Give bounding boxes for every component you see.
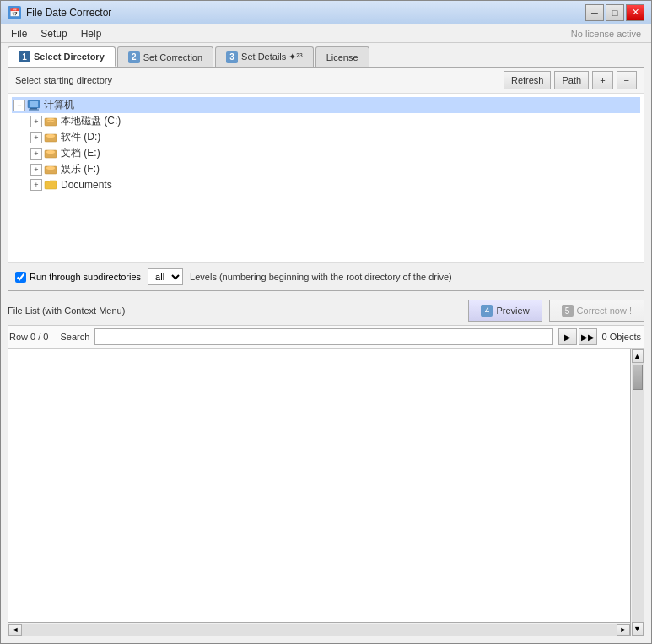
scroll-thumb[interactable] (633, 365, 643, 390)
scroll-track[interactable] (632, 363, 644, 622)
drive-f-icon (44, 163, 57, 176)
svg-rect-3 (29, 109, 39, 110)
maximize-button[interactable]: □ (606, 4, 624, 21)
tree-item-e[interactable]: + 文档 (E:) (29, 145, 640, 161)
correct-num: 5 (562, 305, 574, 317)
subdirectory-checkbox[interactable] (15, 272, 26, 283)
main-window: 📅 File Date Corrector ─ □ ✕ File Setup H… (0, 0, 652, 644)
prev-result-button[interactable]: ▶ (558, 328, 577, 345)
correct-label: Correct now ! (577, 306, 632, 316)
expander-f[interactable]: + (30, 164, 42, 176)
drive-d-label: 软件 (D:) (61, 130, 100, 144)
expander-d[interactable]: + (30, 132, 42, 143)
add-path-button[interactable]: + (592, 71, 612, 89)
title-bar: 📅 File Date Corrector ─ □ ✕ (1, 1, 651, 24)
tab-license[interactable]: License (315, 46, 369, 67)
drive-d-icon (44, 131, 57, 144)
svg-rect-1 (30, 101, 38, 107)
subdirectory-label: Run through subdirectories (30, 272, 141, 282)
tab-select-directory[interactable]: 1 Select Directory (8, 46, 116, 67)
tabs: 1 Select Directory 2 Set Correction 3 Se… (1, 43, 651, 67)
scroll-down-button[interactable]: ▼ (632, 622, 644, 636)
svg-rect-2 (30, 108, 37, 110)
tab-label-2: Set Correction (143, 52, 202, 62)
expander-e[interactable]: + (30, 148, 42, 160)
app-icon: 📅 (8, 6, 21, 19)
menu-items: File Setup Help (4, 26, 108, 41)
row-info: Row 0 / 0 (8, 332, 48, 342)
menu-bar: File Setup Help No license active (1, 24, 651, 43)
license-status: No license active (571, 29, 648, 39)
tree-children: + 本地磁盘 (C:) + (12, 113, 640, 192)
tree-item-c[interactable]: + 本地磁盘 (C:) (29, 113, 640, 129)
minimize-button[interactable]: ─ (585, 4, 604, 21)
tree-item-d[interactable]: + 软件 (D:) (29, 129, 640, 145)
refresh-button[interactable]: Refresh (504, 71, 552, 89)
scroll-track-h[interactable] (22, 624, 617, 636)
drive-c-label: 本地磁盘 (C:) (61, 114, 121, 128)
tab-label-1: Select Directory (34, 51, 105, 62)
expander-documents[interactable]: + (30, 179, 42, 191)
file-list-section: File List (with Context Menu) 4 Preview … (8, 296, 644, 636)
drive-e-icon (44, 147, 57, 160)
levels-description: Levels (numbering beginning with the roo… (190, 272, 452, 282)
preview-button[interactable]: 4 Preview (468, 300, 542, 322)
tab-set-details[interactable]: 3 Set Details ✦²³ (215, 46, 314, 67)
tree-item-f[interactable]: + 娱乐 (F:) (29, 161, 640, 177)
subdirectory-checkbox-label[interactable]: Run through subdirectories (15, 272, 141, 283)
drive-f-label: 娱乐 (F:) (61, 162, 100, 176)
levels-select[interactable]: all 1 2 3 (148, 268, 183, 285)
title-buttons: ─ □ ✕ (585, 4, 644, 21)
menu-help[interactable]: Help (74, 26, 109, 41)
computer-icon (27, 99, 40, 112)
svg-point-11 (46, 166, 55, 170)
main-content: Select starting directory Refresh Path +… (1, 67, 651, 643)
file-list-header: File List (with Context Menu) 4 Preview … (8, 296, 644, 325)
close-button[interactable]: ✕ (626, 4, 644, 21)
drive-e-label: 文档 (E:) (61, 146, 100, 160)
drive-c-icon (44, 115, 57, 128)
directory-label: Select starting directory (15, 75, 112, 85)
search-input[interactable] (94, 328, 552, 345)
scroll-left-button[interactable]: ◄ (8, 624, 22, 636)
tab-num-1: 1 (19, 51, 30, 62)
folder-icon (44, 178, 57, 192)
documents-label: Documents (61, 179, 112, 191)
file-list-body: ▲ ▼ ◄ ► (8, 349, 644, 636)
tree-item-computer[interactable]: − 计算机 (12, 97, 640, 113)
directory-tree: − 计算机 + (8, 94, 644, 262)
remove-path-button[interactable]: − (617, 71, 637, 89)
directory-buttons: Refresh Path + − (504, 71, 637, 89)
next-result-button[interactable]: ▶▶ (579, 328, 597, 345)
file-list-label: File List (with Context Menu) (8, 306, 461, 316)
vertical-scrollbar[interactable]: ▲ ▼ (630, 349, 644, 636)
directory-panel: Select starting directory Refresh Path +… (8, 67, 644, 291)
window-title: File Date Corrector (26, 7, 111, 19)
expander-c[interactable]: + (30, 116, 42, 127)
directory-header: Select starting directory Refresh Path +… (8, 68, 644, 94)
path-button[interactable]: Path (554, 71, 589, 89)
correct-button[interactable]: 5 Correct now ! (549, 300, 644, 322)
search-row: Row 0 / 0 Search ▶ ▶▶ 0 Objects (8, 325, 644, 349)
search-label: Search (53, 332, 89, 342)
preview-num: 4 (481, 305, 493, 317)
tab-num-2: 2 (128, 51, 140, 63)
horizontal-scrollbar: ◄ ► (8, 622, 630, 636)
menu-setup[interactable]: Setup (34, 26, 73, 41)
subdirectory-bar: Run through subdirectories all 1 2 3 Lev… (8, 262, 644, 290)
tab-label-3: Set Details ✦²³ (241, 51, 303, 62)
scroll-up-button[interactable]: ▲ (632, 349, 644, 363)
svg-point-9 (46, 150, 55, 154)
menu-file[interactable]: File (4, 26, 34, 41)
tab-num-3: 3 (226, 51, 238, 63)
computer-label: 计算机 (44, 98, 74, 112)
expander-computer[interactable]: − (13, 100, 25, 111)
tab-label-4: License (326, 52, 358, 62)
tree-item-documents[interactable]: + Documents (29, 177, 640, 192)
scroll-right-button[interactable]: ► (617, 624, 630, 636)
objects-count: 0 Objects (602, 332, 644, 342)
nav-buttons: ▶ ▶▶ (558, 328, 597, 345)
svg-point-5 (46, 118, 55, 122)
svg-point-7 (46, 134, 55, 138)
tab-set-correction[interactable]: 2 Set Correction (117, 46, 213, 67)
